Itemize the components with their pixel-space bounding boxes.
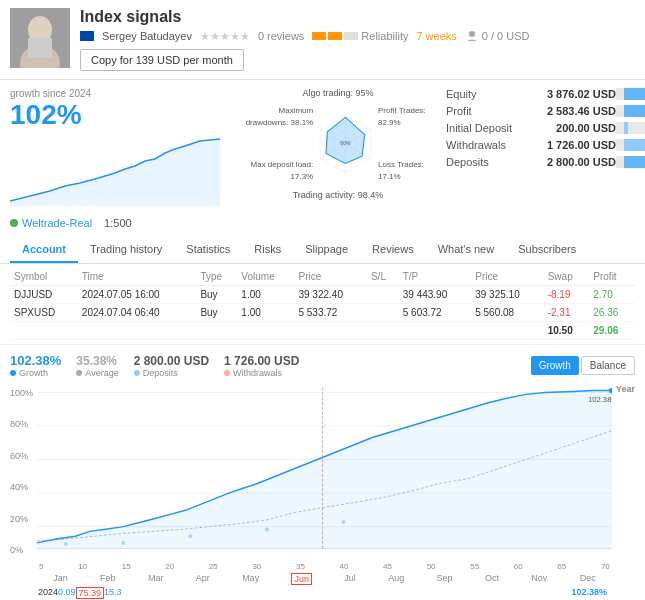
col-sl: S/L — [367, 268, 399, 286]
growth-toggle-button[interactable]: Growth — [531, 356, 579, 375]
x-label-25: 25 — [209, 562, 218, 571]
radar-svg: 60% — [313, 99, 378, 189]
col-time: Time — [78, 268, 197, 286]
loss-trades-label: Loss Trades: 17.1% — [378, 159, 438, 183]
withdrawals-bar-container — [616, 139, 645, 151]
usd-info: 0 / 0 USD — [482, 30, 530, 42]
radar-left-labels: Maximum drawdowns: 38.1% Max deposit loa… — [238, 105, 313, 183]
col-profit: Profit — [589, 268, 635, 286]
header-meta: Sergey Batudayev ★★★★★ 0 reviews Reliabi… — [80, 29, 635, 43]
withdrawals-row: Withdrawals 1 726.00 USD — [446, 139, 645, 151]
cell-type: Buy — [196, 286, 237, 304]
subscribe-button[interactable]: Copy for 139 USD per month — [80, 49, 244, 71]
growth-dot — [10, 370, 16, 376]
month-labels: Jan Feb Mar Apr May Jun Jul Aug Sep Oct … — [37, 573, 612, 585]
cell-price-open: 39 322.40 — [294, 286, 366, 304]
tab-reviews[interactable]: Reviews — [360, 237, 426, 263]
month-mar: Mar — [148, 573, 164, 585]
profit-trades-label: Profit Trades: 82.9% — [378, 105, 438, 129]
withdrawals-value: 1 726.00 USD — [536, 139, 616, 151]
bottom-deposits-val: 2 800.00 USD — [134, 354, 209, 368]
col-price: Price — [294, 268, 366, 286]
growth-mini-chart — [10, 131, 220, 211]
withdrawals-bar — [624, 139, 645, 151]
profit-row: Profit 2 583.46 USD — [446, 105, 645, 117]
svg-text:60%: 60% — [341, 140, 352, 146]
cell-volume: 1.00 — [237, 286, 294, 304]
bottom-growth-val: 102.38% — [10, 353, 61, 368]
cell-type: Buy — [196, 304, 237, 322]
deposits-label: Deposits — [446, 156, 536, 168]
radar-bottom-label: Trading activity: 98.4% — [238, 190, 438, 200]
y-label-20: 20% — [10, 514, 33, 524]
bottom-growth-stat: 102.38% Growth — [10, 353, 61, 378]
svg-marker-21 — [37, 391, 612, 549]
header-info: Index signals Sergey Batudayev ★★★★★ 0 r… — [80, 8, 635, 71]
broker-name: Weltrade-Real — [22, 217, 92, 229]
page-title: Index signals — [80, 8, 181, 26]
col-type: Type — [196, 268, 237, 286]
equity-label: Equity — [446, 88, 536, 100]
month-may: May — [242, 573, 259, 585]
x-label-35: 35 — [296, 562, 305, 571]
initial-deposit-row: Initial Deposit 200.00 USD — [446, 122, 645, 134]
radar-area: Algo trading: 95% Maximum drawdowns: 38.… — [238, 88, 438, 229]
bottom-average-stat: 35.38% Average — [76, 354, 118, 378]
cell-price-open: 5 533.72 — [294, 304, 366, 322]
svg-rect-3 — [28, 38, 52, 58]
profit-label: Profit — [446, 105, 536, 117]
table-row: SPXUSD 2024.07.04 06:40 Buy 1.00 5 533.7… — [10, 304, 635, 322]
weeks-label: 7 weeks — [416, 30, 456, 42]
tab-subscribers[interactable]: Subscribers — [506, 237, 588, 263]
equity-row: Equity 3 876.02 USD — [446, 88, 645, 100]
tab-slippage[interactable]: Slippage — [293, 237, 360, 263]
bottom-withdrawals-val: 1 726.00 USD — [224, 354, 299, 368]
cell-tp: 5 603.72 — [399, 304, 471, 322]
rel-seg-1 — [312, 32, 326, 40]
flag-icon — [80, 31, 94, 41]
main-content: growth since 2024 102% Weltrade-Real 1:5… — [0, 80, 645, 237]
growth-since-label: growth since 2024 — [10, 88, 230, 99]
svg-point-23 — [121, 541, 125, 545]
cell-swap: -2.31 — [544, 304, 590, 322]
y-label-60: 60% — [10, 451, 33, 461]
cell-time: 2024.07.05 16:00 — [78, 286, 197, 304]
tab-account[interactable]: Account — [10, 237, 78, 263]
x-axis-numbers: 5 10 15 20 25 30 35 40 45 50 55 60 65 70 — [37, 562, 612, 571]
star-rating: ★★★★★ — [200, 30, 250, 43]
table-header-row: Symbol Time Type Volume Price S/L T/P Pr… — [10, 268, 635, 286]
month-oct: Oct — [485, 573, 499, 585]
cell-tp: 39 443.90 — [399, 286, 471, 304]
tab-trading-history[interactable]: Trading history — [78, 237, 174, 263]
cell-symbol: DJJUSD — [10, 286, 78, 304]
cell-price-close: 39 325.10 — [471, 286, 543, 304]
profit-bar-container — [616, 105, 645, 117]
reviews-count: 0 reviews — [258, 30, 304, 42]
bottom-withdrawals-stat: 1 726.00 USD Withdrawals — [224, 354, 299, 378]
page-header: Index signals Sergey Batudayev ★★★★★ 0 r… — [0, 0, 645, 80]
cell-sl — [367, 304, 399, 322]
year-val-total: 102.38% — [571, 587, 607, 599]
initial-deposit-bar-container — [616, 122, 645, 134]
leverage-label: 1:500 — [104, 217, 132, 229]
bottom-withdrawals-label: Withdrawals — [224, 368, 299, 378]
bottom-deposits-stat: 2 800.00 USD Deposits — [134, 354, 209, 378]
month-sep: Sep — [437, 573, 453, 585]
tab-statistics[interactable]: Statistics — [174, 237, 242, 263]
col-volume: Volume — [237, 268, 294, 286]
cell-time: 2024.07.04 06:40 — [78, 304, 197, 322]
bottom-section: 102.38% Growth 35.38% Average 2 800.00 U… — [0, 344, 645, 600]
usd-section: 0 / 0 USD — [465, 29, 530, 43]
month-jun: Jun — [291, 573, 312, 585]
svg-point-4 — [469, 31, 475, 37]
tab-risks[interactable]: Risks — [242, 237, 293, 263]
equity-bar-container — [616, 88, 645, 100]
y-label-100: 100% — [10, 388, 33, 398]
month-dec: Dec — [580, 573, 596, 585]
radar-top-label: Algo trading: 95% — [238, 88, 438, 98]
tab-whats-new[interactable]: What's new — [426, 237, 507, 263]
growth-line-chart: 102.38% — [37, 384, 612, 559]
balance-toggle-button[interactable]: Balance — [581, 356, 635, 375]
avatar — [10, 8, 70, 68]
deposits-row: Deposits 2 800.00 USD — [446, 156, 645, 168]
